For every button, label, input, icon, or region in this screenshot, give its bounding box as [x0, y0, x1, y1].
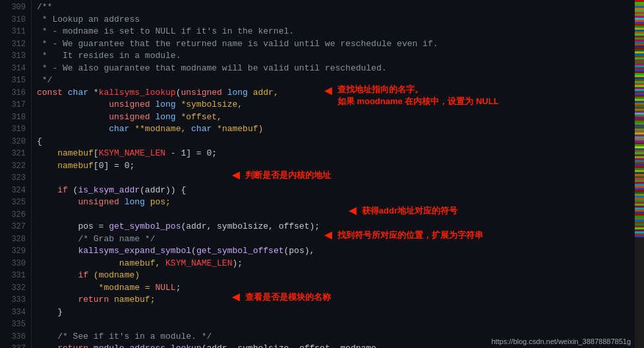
code-line: * Lookup an address [37, 14, 629, 26]
code-line: const char *kallsyms_lookup(unsigned lon… [37, 87, 629, 100]
line-number: 323 [3, 172, 26, 185]
code-line: if (is_ksym_addr(addr)) { [37, 185, 629, 197]
code-line: *modname = NULL; [37, 282, 629, 295]
code-line: pos = get_symbol_pos(addr, symbolsize, o… [37, 221, 629, 233]
line-number: 337 [3, 343, 26, 348]
line-number: 320 [3, 136, 26, 148]
code-line: { [37, 136, 629, 148]
code-line: unsigned long *symbolsize, [37, 99, 629, 111]
line-number: 314 [3, 63, 26, 75]
code-line: kallsyms_expand_symbol(get_symbol_offset… [37, 245, 629, 258]
scrollbar[interactable] [635, 0, 644, 348]
line-number: 329 [3, 245, 26, 258]
code-line: namebuf, KSYM_NAME_LEN); [37, 258, 629, 270]
line-number: 313 [3, 50, 26, 63]
line-number: 334 [3, 306, 26, 319]
line-number: 324 [3, 185, 26, 197]
code-line [37, 318, 629, 331]
code-line: unsigned long *offset, [37, 111, 629, 124]
line-number: 317 [3, 99, 26, 111]
line-number: 318 [3, 111, 26, 124]
line-number: 326 [3, 209, 26, 221]
line-number: 309 [3, 1, 26, 14]
editor-container: 3093103113123133143153163173183193203213… [0, 0, 644, 348]
line-number: 333 [3, 294, 26, 306]
code-line: return namebuf; [37, 294, 629, 306]
url-label: https://blog.csdn.net/weixin_38878887851… [491, 337, 631, 345]
line-number: 322 [3, 160, 26, 173]
code-line: namebuf[KSYM_NAME_LEN - 1] = 0; [37, 148, 629, 160]
line-number: 336 [3, 331, 26, 343]
line-number: 328 [3, 233, 26, 246]
code-line: if (modname) [37, 270, 629, 282]
line-number: 331 [3, 270, 26, 282]
code-line: */ [37, 74, 629, 87]
line-number: 311 [3, 26, 26, 38]
line-number: 310 [3, 14, 26, 26]
code-line: * - modname is set to NULL if it's in th… [37, 26, 629, 38]
line-number: 335 [3, 318, 26, 331]
code-line: } [37, 306, 629, 319]
code-line: /* Grab name */ [37, 233, 629, 246]
code-line: * - We guarantee that the returned name … [37, 38, 629, 51]
line-number: 327 [3, 221, 26, 233]
line-number: 332 [3, 282, 26, 295]
line-number: 321 [3, 148, 26, 160]
line-number: 316 [3, 87, 26, 100]
line-number: 312 [3, 38, 26, 51]
code-line: namebuf[0] = 0; [37, 160, 629, 173]
line-number: 330 [3, 258, 26, 270]
code-line: * - We also guarantee that modname will … [37, 63, 629, 75]
code-line [37, 172, 629, 185]
code-line: unsigned long pos; [37, 196, 629, 209]
code-line: /** [37, 1, 629, 14]
line-number: 315 [3, 74, 26, 87]
line-number: 325 [3, 196, 26, 209]
line-numbers: 3093103113123133143153163173183193203213… [0, 0, 32, 348]
code-line: char **modname, char *namebuf) [37, 123, 629, 136]
line-number: 319 [3, 123, 26, 136]
code-line: * It resides in a module. [37, 50, 629, 63]
code-line [37, 209, 629, 221]
code-area[interactable]: /** * Lookup an address * - modname is s… [32, 0, 635, 348]
